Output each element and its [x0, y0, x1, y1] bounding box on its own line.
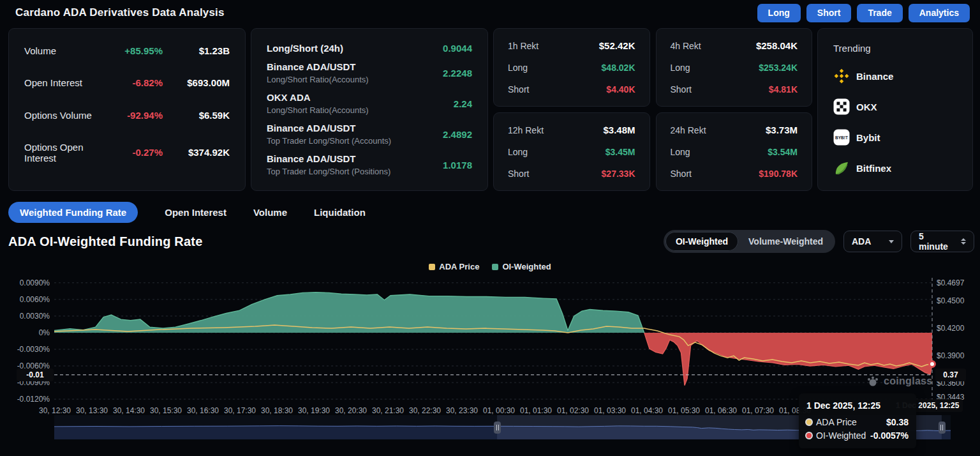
- tab-weighted-funding-rate[interactable]: Weighted Funding Rate: [8, 202, 138, 223]
- ratio-subtitle: Top Trader Long/Short (Positions): [267, 167, 443, 176]
- ratio-subtitle: Long/Short Ratio(Accounts): [267, 75, 443, 84]
- chart-tabs: Weighted Funding Rate Open Interest Volu…: [8, 202, 366, 223]
- navigator-handle-left[interactable]: [494, 422, 501, 434]
- ratio-row: Binance ADA/USDTLong/Short Ratio(Account…: [267, 61, 472, 84]
- metric-label: Volume: [24, 45, 99, 56]
- metric-change: -92.94%: [99, 110, 163, 121]
- metric-change: -6.82%: [99, 77, 163, 88]
- symbol-select-value: ADA: [852, 236, 871, 247]
- rekt-card-1h: 1h Rekt$52.42K Long$48.02K Short$4.40K: [493, 28, 650, 107]
- metric-value: $1.23B: [163, 45, 230, 56]
- watermark: coinglass: [866, 376, 933, 387]
- crosshair-price-badge: 0.37: [935, 369, 966, 381]
- ratio-title: Binance ADA/USDT: [267, 123, 443, 133]
- trending-exchange-name: Binance: [856, 71, 893, 82]
- ratio-subtitle: Top Trader Long/Short (Accounts): [267, 136, 443, 146]
- metric-row-options-volume: Options Volume -92.94% $6.59K: [24, 110, 230, 121]
- time-tick: 30, 13:30: [76, 406, 108, 415]
- metric-row-volume: Volume +85.95% $1.23B: [24, 45, 230, 56]
- ratio-value: 1.0178: [443, 160, 472, 171]
- metric-label: Options Open Interest: [24, 142, 99, 163]
- tooltip-row-ada-price: ADA Price $0.38: [806, 417, 909, 427]
- time-tick: 01, 01:30: [520, 406, 552, 415]
- trending-item-binance[interactable]: Binance: [833, 68, 957, 84]
- time-tick: 30, 15:30: [150, 406, 182, 415]
- rekt-short-value: $4.40K: [606, 84, 635, 95]
- chart-title: ADA OI-Weighted Funding Rate: [8, 234, 202, 249]
- time-tick: 30, 20:30: [335, 406, 367, 415]
- ratio-value: 2.24: [454, 98, 472, 109]
- chart-controls: OI-Weighted Volume-Weighted ADA 5 minute: [664, 230, 974, 253]
- svg-text:BYB!T: BYB!T: [835, 135, 848, 140]
- toggle-volume-weighted[interactable]: Volume-Weighted: [738, 232, 833, 251]
- tooltip-row-oi-weighted: OI-Weighted -0.0057%: [806, 430, 909, 441]
- rekt-card-4h: 4h Rekt$258.04K Long$253.24K Short$4.81K: [656, 28, 813, 107]
- rekt-short-value: $190.78K: [759, 169, 798, 179]
- coinglass-logo-icon: [866, 376, 879, 387]
- time-tick: 01, 06:30: [705, 406, 737, 415]
- metric-row-options-open-interest: Options Open Interest -0.27% $374.92K: [24, 142, 230, 163]
- trending-item-okx[interactable]: OKX: [833, 98, 957, 115]
- rekt-short-label: Short: [508, 84, 529, 95]
- rekt-total: $3.73M: [766, 125, 798, 135]
- tab-volume[interactable]: Volume: [253, 207, 287, 218]
- rekt-long-label: Long: [508, 63, 528, 73]
- rekt-total: $258.04K: [756, 40, 798, 51]
- bybit-icon: BYB!T: [833, 129, 850, 146]
- time-tick: 30, 22:30: [409, 406, 441, 415]
- funding-rate-chart: ADA Price OI-Weighted 0.0090%0.0060%0.00…: [0, 257, 980, 456]
- chart-tooltip: 1 Dec 2025, 12:25 ADA Price $0.38 OI-Wei…: [799, 393, 916, 448]
- long-button[interactable]: Long: [757, 4, 801, 22]
- chevron-updown-icon: [961, 238, 966, 245]
- ratio-row: Binance ADA/USDTTop Trader Long/Short (P…: [267, 153, 472, 176]
- ratio-value: 2.4892: [443, 129, 472, 140]
- trending-exchange-name: Bybit: [856, 132, 880, 143]
- symbol-select[interactable]: ADA: [843, 231, 902, 252]
- okx-icon: [833, 98, 850, 115]
- interval-select[interactable]: 5 minute: [910, 231, 974, 252]
- chart-header: ADA OI-Weighted Funding Rate OI-Weighted…: [8, 230, 974, 253]
- rekt-cards-grid: 1h Rekt$52.42K Long$48.02K Short$4.40K 4…: [493, 28, 812, 191]
- metric-value: $6.59K: [163, 110, 230, 121]
- time-tick: 30, 17:30: [224, 406, 256, 415]
- analytics-button[interactable]: Analytics: [909, 4, 970, 22]
- time-tick: 01, 05:30: [668, 406, 700, 415]
- toggle-oi-weighted[interactable]: OI-Weighted: [665, 232, 738, 251]
- ratio-subtitle: Long/Short Ratio(Accounts): [267, 105, 454, 115]
- metric-value: $374.92K: [163, 147, 230, 158]
- rekt-card-12h: 12h Rekt$3.48M Long$3.45M Short$27.33K: [493, 112, 650, 191]
- rekt-short-label: Short: [671, 169, 692, 179]
- binance-icon: [833, 68, 850, 84]
- tooltip-title: 1 Dec 2025, 12:25: [806, 400, 909, 411]
- trade-button[interactable]: Trade: [857, 4, 902, 22]
- rekt-title: 12h Rekt: [508, 125, 544, 135]
- rekt-total: $52.42K: [599, 40, 635, 51]
- ratio-row: Long/Short (24h) 0.9044: [267, 43, 472, 54]
- trending-item-bitfinex[interactable]: Bitfinex: [833, 160, 957, 176]
- top-bar: Cardano ADA Derivatives Data Analysis Lo…: [0, 0, 980, 26]
- metric-value: $693.00M: [163, 77, 230, 88]
- time-tick: 30, 23:30: [446, 406, 478, 415]
- trending-item-bybit[interactable]: BYB!T Bybit: [833, 129, 957, 146]
- rekt-long-label: Long: [508, 147, 528, 157]
- tab-liquidation[interactable]: Liquidation: [314, 207, 366, 218]
- gold-dot-icon: [806, 420, 812, 425]
- chevron-down-icon: [889, 240, 894, 243]
- interval-select-value: 5 minute: [919, 231, 954, 252]
- ratio-title: Binance ADA/USDT: [267, 61, 443, 72]
- topbar-buttons: Long Short Trade Analytics: [757, 4, 970, 22]
- ratio-row: OKX ADALong/Short Ratio(Accounts) 2.24: [267, 92, 472, 115]
- metric-change: +85.95%: [99, 45, 163, 56]
- metric-row-open-interest: Open Interest -6.82% $693.00M: [24, 77, 230, 88]
- trending-title: Trending: [833, 43, 957, 54]
- derivatives-dashboard: Cardano ADA Derivatives Data Analysis Lo…: [0, 0, 980, 456]
- time-tick: 30, 18:30: [261, 406, 293, 415]
- ratio-title: Long/Short (24h): [267, 43, 443, 54]
- ratio-value: 0.9044: [443, 43, 472, 54]
- navigator-handle-right[interactable]: [939, 422, 946, 434]
- market-metrics-card: Volume +85.95% $1.23B Open Interest -6.8…: [8, 28, 246, 191]
- tab-open-interest[interactable]: Open Interest: [165, 207, 226, 218]
- short-button[interactable]: Short: [806, 4, 852, 22]
- rekt-short-label: Short: [671, 84, 692, 95]
- stat-cards-row: Volume +85.95% $1.23B Open Interest -6.8…: [8, 28, 974, 191]
